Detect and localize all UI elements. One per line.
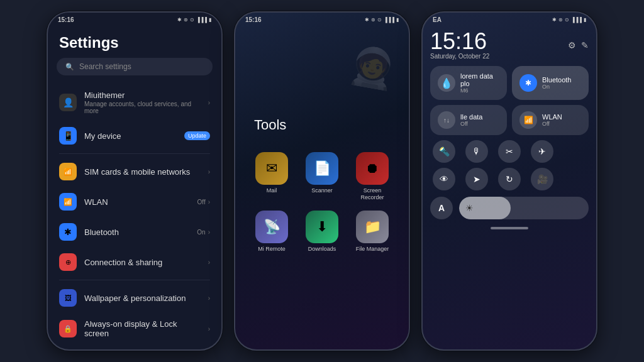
user-label: EA — [433, 16, 441, 23]
bluetooth-status: On — [197, 229, 205, 236]
chevron-icon: › — [208, 168, 210, 175]
tile-mobile-text: lle data Off — [460, 113, 499, 127]
apps-content: 🧑‍🚀 Tools ✉ Mail 📄 Scanner ⏺ Screen Reco… — [235, 26, 409, 349]
signal-icon-1: ▐▐▐ — [196, 17, 207, 23]
tile-data[interactable]: 💧 lorem data plo M6 — [430, 66, 507, 100]
miuithemer-title: Miuithemer — [84, 90, 201, 100]
settings-item-wallpaper[interactable]: 🖼 Wallpaper & personalization › — [48, 283, 221, 313]
mail-icon: ✉ — [255, 152, 288, 185]
status-icons-2: ✱ ⊛ ⊙ ▐▐▐ ▮ — [365, 17, 399, 23]
app-miremote[interactable]: 📡 Mi Remote — [252, 211, 292, 253]
status-time-2: 15:16 — [245, 16, 262, 23]
tile-data-label: lorem data plo — [460, 72, 499, 87]
app-downloads[interactable]: ⬇ Downloads — [302, 211, 342, 253]
app-grid: ✉ Mail 📄 Scanner ⏺ Screen Recorder 📡 Mi … — [245, 146, 399, 259]
phone-apps: 15:16 ✱ ⊛ ⊙ ▐▐▐ ▮ 🧑‍🚀 Tools ✉ Mail 📄 Sca… — [234, 11, 410, 351]
search-icon: 🔍 — [65, 63, 74, 71]
settings-item-miuithemer[interactable]: 👤 Miuithemer Manage accounts, cloud serv… — [48, 84, 221, 121]
time-row: 15:16 Saturday, October 22 ⚙ ✎ — [430, 29, 589, 61]
settings-icon-2: ⊙ — [377, 17, 382, 23]
location-btn[interactable]: ➤ — [465, 168, 488, 190]
status-bar-apps: 15:16 ✱ ⊛ ⊙ ▐▐▐ ▮ — [235, 13, 409, 26]
tile-data-sub: M6 — [460, 87, 499, 94]
bluetooth-right: On › — [197, 229, 210, 236]
app-files[interactable]: 📁 File Manager — [352, 211, 392, 253]
settings-item-display[interactable]: ☀ Display › — [48, 344, 221, 349]
settings-item-bluetooth[interactable]: ✱ Bluetooth On › — [48, 217, 221, 247]
status-bar-settings: 15:16 ✱ ⊛ ⊙ ▐▐▐ ▮ — [48, 13, 221, 26]
chevron-icon: › — [208, 99, 210, 106]
app-mail[interactable]: ✉ Mail — [252, 152, 292, 201]
settings-item-wlan[interactable]: 📶 WLAN Off › — [48, 187, 221, 217]
lockscreen-title: Always-on display & Lock screen — [84, 319, 201, 338]
miuithemer-icon: 👤 — [59, 94, 77, 111]
settings-content: Settings 🔍 Search settings 👤 Miuithemer … — [48, 26, 221, 349]
battery-icon-3: ▮ — [584, 17, 586, 23]
miremote-icon: 📡 — [255, 211, 288, 243]
mydevice-text: My device — [84, 131, 177, 141]
search-bar[interactable]: 🔍 Search settings — [57, 58, 213, 75]
water-icon: 💧 — [438, 74, 455, 92]
tile-bluetooth[interactable]: ✱ Bluetooth On — [512, 66, 589, 100]
tile-wlan-sub: Off — [542, 121, 581, 127]
eye-btn[interactable]: 👁 — [433, 168, 455, 190]
wlan-tile-icon: 📶 — [519, 111, 537, 129]
chevron-icon: › — [208, 199, 210, 206]
home-indicator[interactable] — [491, 227, 528, 229]
tile-bt-label: Bluetooth — [542, 76, 581, 84]
wlan-icon: 📶 — [59, 193, 77, 211]
sun-icon: ☀ — [465, 203, 474, 213]
control-buttons-row1: 🔦 🎙 ✂ ✈ — [430, 140, 589, 163]
lockscreen-text: Always-on display & Lock screen — [84, 319, 201, 338]
microphone-btn[interactable]: 🎙 — [465, 140, 488, 163]
wifi-icon-1: ⊛ — [184, 17, 188, 23]
settings-action-icon[interactable]: ⚙ — [568, 40, 576, 50]
video-btn[interactable]: 🎥 — [531, 168, 553, 190]
settings-item-connection[interactable]: ⊕ Connection & sharing › — [48, 247, 221, 277]
connection-icon: ⊕ — [59, 253, 77, 271]
airplane-btn[interactable]: ✈ — [531, 140, 553, 163]
screenshot-btn[interactable]: ✂ — [498, 140, 521, 163]
settings-item-lockscreen[interactable]: 🔒 Always-on display & Lock screen › — [48, 313, 221, 344]
sim-text: SIM cards & mobile networks — [84, 167, 201, 177]
wifi-icon-2: ⊛ — [371, 17, 375, 23]
tile-mobile-label: lle data — [460, 113, 499, 121]
phone-control: EA ✱ ⊛ ⊙ ▐▐▐ ▮ 15:16 Saturday, October 2… — [421, 11, 597, 351]
brightness-slider[interactable]: ☀ — [459, 197, 589, 219]
settings-item-sim[interactable]: 📶 SIM cards & mobile networks › — [48, 156, 221, 187]
sim-icon: 📶 — [59, 163, 77, 180]
chevron-icon: › — [208, 229, 210, 236]
files-label: File Manager — [356, 246, 389, 253]
recorder-icon: ⏺ — [356, 152, 389, 185]
settings-icon-1: ⊙ — [190, 17, 194, 23]
settings-item-mydevice[interactable]: 📱 My device Update — [48, 121, 221, 151]
status-time-1: 15:16 — [58, 16, 74, 23]
connection-text: Connection & sharing — [84, 258, 201, 267]
app-recorder[interactable]: ⏺ Screen Recorder — [352, 152, 392, 201]
tile-wlan-label: WLAN — [542, 113, 581, 121]
app-scanner[interactable]: 📄 Scanner — [302, 152, 342, 201]
status-icons-1: ✱ ⊛ ⊙ ▐▐▐ ▮ — [177, 17, 211, 23]
status-bar-control: EA ✱ ⊛ ⊙ ▐▐▐ ▮ — [423, 13, 596, 26]
mobile-data-icon: ↑↓ — [438, 111, 455, 129]
phone-settings: 15:16 ✱ ⊛ ⊙ ▐▐▐ ▮ Settings 🔍 Search sett… — [47, 11, 223, 351]
tile-wlan[interactable]: 📶 WLAN Off — [512, 105, 589, 135]
divider-1 — [59, 153, 210, 154]
edit-action-icon[interactable]: ✎ — [581, 40, 589, 50]
font-size-btn[interactable]: A — [430, 197, 453, 219]
scanner-icon: 📄 — [306, 152, 338, 185]
downloads-label: Downloads — [308, 246, 336, 253]
tile-mobile-data[interactable]: ↑↓ lle data Off — [430, 105, 507, 135]
flashlight-btn[interactable]: 🔦 — [433, 140, 455, 163]
bt-icon-2: ✱ — [365, 17, 369, 23]
brightness-row: A ☀ — [430, 197, 589, 219]
empty-slot-1 — [561, 140, 584, 163]
wlan-text: WLAN — [84, 197, 190, 207]
control-buttons-row2: 👁 ➤ ↻ 🎥 — [430, 168, 589, 190]
control-date: Saturday, October 22 — [430, 53, 489, 60]
recorder-label: Screen Recorder — [352, 187, 392, 201]
wlan-title: WLAN — [84, 197, 190, 207]
rotate-btn[interactable]: ↻ — [498, 168, 521, 190]
mail-label: Mail — [267, 187, 277, 194]
divider-2 — [59, 280, 210, 280]
